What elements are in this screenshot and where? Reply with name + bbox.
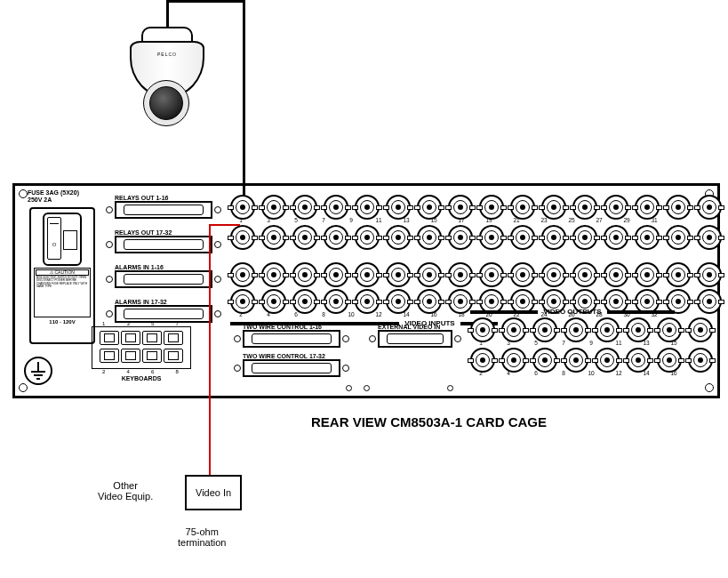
- bnc-connector[interactable]: [386, 225, 411, 250]
- bnc-connector[interactable]: [604, 195, 628, 220]
- bnc-connector[interactable]: [261, 225, 286, 250]
- bnc-connector[interactable]: [479, 225, 504, 250]
- bnc-connector[interactable]: [324, 225, 348, 250]
- panel-dot: [447, 385, 453, 391]
- bnc-connector[interactable]: [697, 262, 722, 287]
- db-port[interactable]: [115, 236, 212, 253]
- bnc-connector[interactable]: [470, 348, 495, 373]
- db-port[interactable]: [115, 270, 212, 288]
- bnc-connector[interactable]: [230, 195, 255, 220]
- bnc-connector[interactable]: [510, 195, 535, 220]
- rj45-port[interactable]: [121, 349, 140, 363]
- bnc-connector[interactable]: [626, 317, 651, 342]
- bnc-connector[interactable]: [635, 195, 660, 220]
- bnc-connector[interactable]: [324, 289, 348, 314]
- bnc-connector[interactable]: [564, 317, 588, 342]
- bnc-connector[interactable]: [501, 348, 526, 373]
- bnc-connector[interactable]: [564, 348, 588, 373]
- bnc-connector[interactable]: [510, 262, 535, 287]
- bnc-connector[interactable]: [230, 289, 255, 314]
- mount-hole: [19, 383, 28, 392]
- bnc-connector[interactable]: [595, 348, 620, 373]
- voltage-label: 110 - 120V: [31, 319, 93, 325]
- bnc-connector[interactable]: [448, 262, 473, 287]
- bnc-connector[interactable]: [688, 348, 713, 373]
- rj45-port[interactable]: [164, 349, 183, 363]
- bnc-connector[interactable]: [595, 317, 620, 342]
- bnc-connector[interactable]: [386, 289, 411, 314]
- db-port[interactable]: [115, 305, 212, 323]
- bnc-connector[interactable]: [666, 225, 691, 250]
- rj45-port[interactable]: [100, 349, 119, 363]
- bnc-connector[interactable]: [324, 262, 348, 287]
- bnc-connector[interactable]: [532, 317, 557, 342]
- bnc-connector[interactable]: [604, 262, 628, 287]
- iec-socket: [63, 230, 77, 250]
- panel-dot: [346, 385, 352, 391]
- bnc-connector[interactable]: [292, 262, 317, 287]
- bnc-connector[interactable]: [355, 289, 380, 314]
- video-outputs-group: VIDEO OUTPUTS 13579111315 246810121416: [470, 308, 713, 376]
- bnc-connector[interactable]: [261, 289, 286, 314]
- bnc-connector[interactable]: [386, 195, 411, 220]
- bnc-connector[interactable]: [292, 195, 317, 220]
- bnc-connector[interactable]: [635, 262, 660, 287]
- rj45-port[interactable]: [142, 349, 162, 363]
- termination-label: 75-ohm termination: [178, 526, 226, 548]
- bnc-connector[interactable]: [501, 317, 526, 342]
- bnc-connector[interactable]: [666, 195, 691, 220]
- bnc-connector[interactable]: [657, 317, 682, 342]
- bnc-connector[interactable]: [417, 262, 442, 287]
- bnc-connector[interactable]: [355, 225, 380, 250]
- bnc-connector[interactable]: [532, 348, 557, 373]
- bnc-connector[interactable]: [292, 289, 317, 314]
- red-cable: [209, 224, 211, 509]
- bnc-connector[interactable]: [572, 262, 597, 287]
- bnc-connector[interactable]: [604, 225, 628, 250]
- bnc-connector[interactable]: [417, 289, 442, 314]
- bnc-connector[interactable]: [292, 225, 317, 250]
- bnc-connector[interactable]: [230, 262, 255, 287]
- bnc-connector[interactable]: [386, 262, 411, 287]
- bnc-connector[interactable]: [448, 225, 473, 250]
- bnc-connector[interactable]: [479, 195, 504, 220]
- bnc-connector[interactable]: [510, 225, 535, 250]
- bnc-connector[interactable]: [479, 262, 504, 287]
- db-port[interactable]: [243, 330, 340, 348]
- warning-sticker: ⚠ CAUTION RISK ELECTRIC SHOCK DO NOT OPE…: [34, 268, 91, 317]
- bnc-connector[interactable]: [541, 225, 566, 250]
- panel-dot: [364, 385, 370, 391]
- bnc-connector[interactable]: [448, 195, 473, 220]
- bnc-connector[interactable]: [635, 225, 660, 250]
- bnc-connector[interactable]: [697, 225, 722, 250]
- rj45-port[interactable]: [142, 331, 162, 345]
- db-port[interactable]: [378, 330, 452, 348]
- bnc-connector[interactable]: [657, 348, 682, 373]
- bnc-connector[interactable]: [666, 262, 691, 287]
- bnc-connector[interactable]: [355, 195, 380, 220]
- bnc-connector[interactable]: [572, 195, 597, 220]
- bnc-connector[interactable]: [417, 225, 442, 250]
- power-switch[interactable]: O: [47, 217, 61, 260]
- bnc-connector[interactable]: [541, 262, 566, 287]
- bnc-connector[interactable]: [261, 262, 286, 287]
- external-video-in: EXTERNAL VIDEO IN: [378, 324, 452, 348]
- db-port[interactable]: [243, 359, 340, 377]
- bnc-connector[interactable]: [355, 262, 380, 287]
- other-equip-label: Other Video Equip.: [98, 480, 153, 502]
- bnc-connector[interactable]: [261, 195, 286, 220]
- bnc-connector[interactable]: [448, 289, 473, 314]
- rj45-port[interactable]: [100, 331, 119, 345]
- bnc-connector[interactable]: [417, 195, 442, 220]
- bnc-connector[interactable]: [697, 195, 722, 220]
- bnc-connector[interactable]: [230, 225, 255, 250]
- bnc-connector[interactable]: [626, 348, 651, 373]
- bnc-connector[interactable]: [541, 195, 566, 220]
- db-port[interactable]: [115, 201, 212, 219]
- bnc-connector[interactable]: [470, 317, 495, 342]
- rj45-port[interactable]: [164, 331, 183, 345]
- bnc-connector[interactable]: [324, 195, 348, 220]
- bnc-connector[interactable]: [572, 225, 597, 250]
- bnc-connector[interactable]: [688, 317, 713, 342]
- rj45-port[interactable]: [121, 331, 140, 345]
